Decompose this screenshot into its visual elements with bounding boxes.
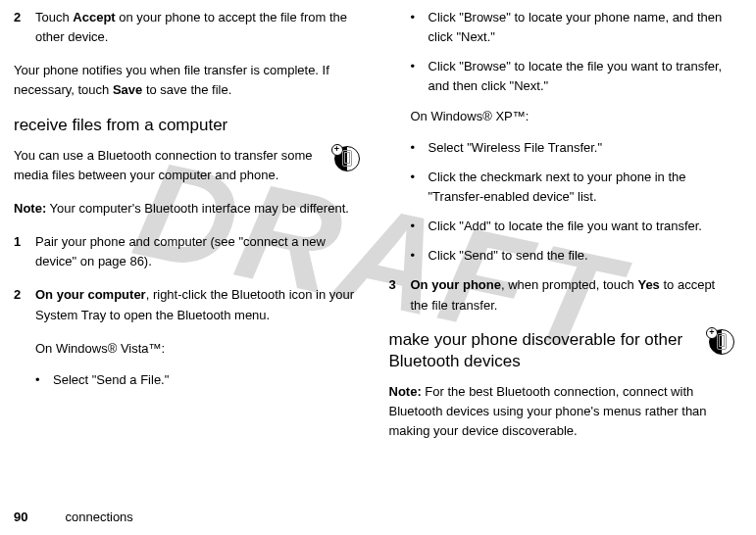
notify-paragraph: Your phone notifies you when file transf… bbox=[14, 61, 360, 100]
page-number: 90 bbox=[14, 508, 27, 527]
note-bluetooth-interface: Note: Your computer's Bluetooth interfac… bbox=[14, 199, 360, 219]
step-number: 1 bbox=[14, 232, 35, 271]
yes-label: Yes bbox=[637, 277, 659, 292]
text: , when prompted, touch bbox=[501, 277, 637, 292]
bullet-icon: • bbox=[411, 8, 428, 47]
step-text: Touch Accept on your phone to accept the… bbox=[35, 8, 360, 47]
bullet-text: Click "Browse" to locate your phone name… bbox=[428, 8, 735, 47]
text: You can use a Bluetooth connection to tr… bbox=[14, 146, 327, 185]
note-label: Note: bbox=[389, 384, 422, 399]
bluetooth-transfer-icon: + bbox=[334, 146, 360, 171]
bullet-wireless-transfer: • Select "Wireless File Transfer." bbox=[389, 138, 735, 158]
vista-line: On Windows® Vista™: bbox=[14, 339, 360, 359]
step-number: 2 bbox=[14, 8, 35, 47]
bullet-text: Click "Add" to locate the file you want … bbox=[428, 217, 735, 236]
plus-badge-icon: + bbox=[331, 144, 343, 156]
note-discoverable: Note: For the best Bluetooth connection,… bbox=[389, 382, 735, 441]
section-label: connections bbox=[65, 508, 132, 527]
bullet-text: Click "Browse" to locate the file you wa… bbox=[428, 57, 735, 96]
text: Touch bbox=[35, 10, 73, 24]
bluetooth-discover-icon: + bbox=[709, 329, 734, 355]
step-text: On your computer, right-click the Blueto… bbox=[35, 285, 360, 324]
heading-discoverable-row: make your phone discoverable for other B… bbox=[389, 329, 735, 382]
heading-receive-files: receive files from a computer bbox=[14, 115, 360, 136]
note-text: For the best Bluetooth connection, conne… bbox=[389, 384, 707, 438]
note-text: Your computer's Bluetooth interface may … bbox=[46, 201, 349, 216]
phone-icon bbox=[342, 150, 352, 167]
bullet-icon: • bbox=[411, 57, 428, 96]
bullet-send: • Click "Send" to send the file. bbox=[389, 246, 735, 266]
step-text: Pair your phone and computer (see "conne… bbox=[35, 232, 360, 271]
page-columns: 2 Touch Accept on your phone to accept t… bbox=[14, 8, 734, 455]
on-your-computer-label: On your computer bbox=[35, 287, 146, 302]
note-label: Note: bbox=[14, 201, 46, 216]
text: to save the file. bbox=[142, 82, 231, 97]
accept-label: Accept bbox=[73, 10, 115, 24]
bullet-icon: • bbox=[411, 168, 428, 207]
left-column: 2 Touch Accept on your phone to accept t… bbox=[14, 8, 360, 455]
save-label: Save bbox=[113, 82, 142, 97]
bullet-text: Select "Wireless File Transfer." bbox=[428, 138, 735, 158]
bullet-icon: • bbox=[411, 246, 428, 266]
bullet-checkmark: • Click the checkmark next to your phone… bbox=[389, 168, 735, 207]
page-footer: 90 connections bbox=[14, 508, 734, 527]
bullet-browse-phone: • Click "Browse" to locate your phone na… bbox=[389, 8, 735, 47]
bullet-text: Click "Send" to send the file. bbox=[428, 246, 735, 266]
bullet-text: Select "Send a File." bbox=[53, 370, 360, 390]
bullet-icon: • bbox=[411, 217, 428, 236]
heading-discoverable: make your phone discoverable for other B… bbox=[389, 329, 702, 372]
bullet-send-a-file: • Select "Send a File." bbox=[14, 370, 360, 390]
receive-intro: You can use a Bluetooth connection to tr… bbox=[14, 146, 360, 185]
phone-icon bbox=[717, 333, 727, 350]
step-2-computer: 2 On your computer, right-click the Blue… bbox=[14, 285, 360, 324]
xp-line: On Windows® XP™: bbox=[389, 107, 735, 126]
bullet-icon: • bbox=[35, 370, 53, 390]
bullet-icon: • bbox=[411, 138, 428, 158]
step-number: 3 bbox=[389, 275, 411, 315]
right-column: • Click "Browse" to locate your phone na… bbox=[389, 8, 735, 455]
bullet-browse-file: • Click "Browse" to locate the file you … bbox=[389, 57, 735, 96]
bullet-text: Click the checkmark next to your phone i… bbox=[428, 168, 735, 207]
on-your-phone-label: On your phone bbox=[411, 277, 501, 292]
bullet-add: • Click "Add" to locate the file you wan… bbox=[389, 217, 735, 236]
step-1-pair: 1 Pair your phone and computer (see "con… bbox=[14, 232, 360, 271]
step-number: 2 bbox=[14, 285, 35, 324]
step-2-accept: 2 Touch Accept on your phone to accept t… bbox=[14, 8, 360, 47]
step-3-phone: 3 On your phone, when prompted, touch Ye… bbox=[389, 275, 735, 315]
step-text: On your phone, when prompted, touch Yes … bbox=[411, 275, 735, 315]
